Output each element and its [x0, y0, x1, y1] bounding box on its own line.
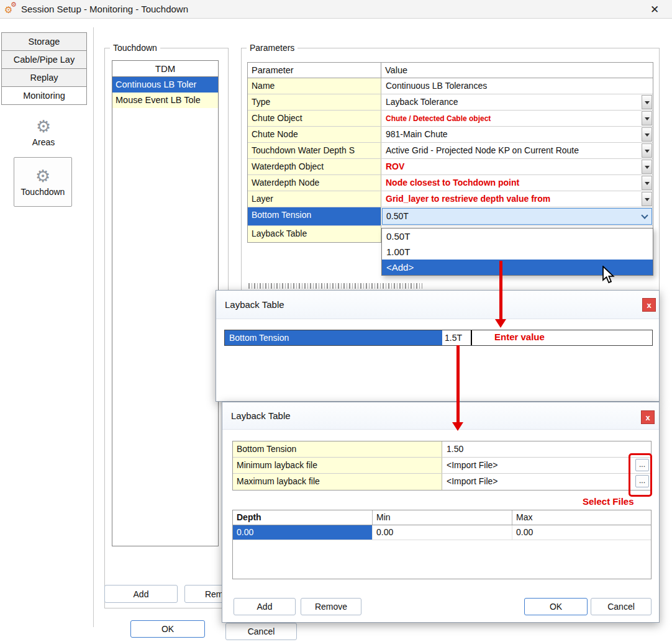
dialog-ok-button[interactable]: OK [524, 598, 588, 615]
obscured-text-fragment [248, 283, 422, 289]
dialog-remove-button[interactable]: Remove [301, 598, 361, 615]
param-row-waterdepth-node[interactable]: Waterdepth Node Node closest to Tochdown… [248, 175, 653, 191]
param-value-touchdown-water-depth[interactable]: Active Grid - Projected Node KP on Curre… [381, 143, 653, 158]
dialog-close-button[interactable]: x [641, 410, 655, 424]
list-item-continuous-lb-tolerances[interactable]: Continuous LB Toler [112, 77, 218, 93]
param-value-name[interactable]: Continuous LB Tolerances [381, 78, 653, 94]
param-row-bottom-tension[interactable]: Bottom Tension 0.50T [248, 207, 653, 226]
param-value-waterdepth-object[interactable]: ROV [381, 159, 653, 174]
select-files-highlight-box [629, 453, 652, 497]
param-row-layer[interactable]: Layer Grid_layer to restrieve depth valu… [248, 191, 653, 207]
bottom-tension-edit-row: Bottom Tension 1.5T Enter value [224, 330, 653, 346]
grid-header: Depth Min Max [233, 510, 651, 525]
dropdown-arrow-icon[interactable] [642, 143, 652, 158]
param-row-type[interactable]: Type Layback Tolerance [248, 94, 653, 111]
column-header-min: Min [373, 510, 512, 525]
param-value-waterdepth-node[interactable]: Node closest to Tochdown point [381, 175, 653, 191]
dropdown-arrow-icon[interactable] [642, 111, 652, 125]
value-maximum-layback-file[interactable]: <Import File> ... [442, 474, 651, 490]
row-minimum-layback-file[interactable]: Minimum layback file <Import File> ... [233, 458, 651, 474]
row-bottom-tension[interactable]: Bottom Tension 1.50 [233, 441, 651, 458]
dialog-titlebar: Layback Table [216, 291, 659, 319]
mouse-cursor [601, 266, 619, 286]
main-cancel-button[interactable]: Cancel [225, 623, 297, 640]
row-maximum-layback-file[interactable]: Maximum layback file <Import File> ... [233, 474, 651, 490]
main-ok-button[interactable]: OK [130, 620, 205, 638]
dropdown-arrow-icon[interactable] [642, 160, 652, 174]
sidebar-item-cable-pipe-lay[interactable]: Cable/Pipe Lay [1, 50, 87, 69]
sidebar-separator [93, 27, 94, 627]
session-setup-window: ⚙ ⚙ Session Setup - Monitoring - Touchdo… [0, 0, 672, 642]
window-titlebar: ⚙ ⚙ Session Setup - Monitoring - Touchdo… [0, 0, 672, 19]
dropdown-arrow-icon[interactable] [642, 192, 652, 206]
dropdown-option-1-00t[interactable]: 1.00T [382, 244, 653, 260]
tool-areas[interactable]: ⚙ Areas [16, 114, 71, 151]
bottom-tension-combobox[interactable]: 0.50T [382, 208, 652, 225]
parameters-table: Parameter Value Name Continuous LB Toler… [247, 62, 653, 243]
param-value-layer[interactable]: Grid_layer to restrieve depth value from [381, 191, 653, 207]
sidebar-item-storage[interactable]: Storage [1, 32, 87, 51]
cell-depth[interactable]: 0.00 [233, 525, 373, 540]
gears-icon: ⚙ ⚙ [4, 1, 20, 17]
window-title: Session Setup - Monitoring - Touchdown [21, 4, 188, 14]
dialog-title: Layback Table [231, 410, 291, 421]
param-row-chute-node[interactable]: Chute Node 981-Main Chute [248, 127, 653, 143]
value-minimum-layback-file[interactable]: <Import File> ... [442, 458, 651, 473]
parameters-group-title: Parameters [247, 43, 297, 53]
annotation-arrowhead [495, 319, 506, 333]
gear-icon: ⚙ [35, 167, 50, 186]
annotation-arrowhead [452, 422, 463, 436]
tdm-list-header: TDM [112, 61, 218, 77]
tool-areas-label: Areas [32, 137, 55, 147]
dropdown-arrow-icon[interactable] [642, 176, 652, 190]
dropdown-arrow-icon[interactable] [642, 127, 652, 142]
param-value-type[interactable]: Layback Tolerance [381, 94, 653, 110]
select-files-annotation: Select Files [583, 496, 634, 507]
param-row-chute-object[interactable]: Chute Object Chute / Detected Cable obje… [248, 111, 653, 127]
parameters-table-header: Parameter Value [248, 63, 653, 78]
annotation-arrow-down [499, 261, 502, 320]
window-close-icon[interactable]: ✕ [643, 0, 666, 19]
grid-row[interactable]: 0.00 0.00 0.00 [233, 525, 651, 540]
param-value-chute-node[interactable]: 981-Main Chute [381, 127, 653, 142]
tool-touchdown[interactable]: ⚙ Touchdown [14, 157, 72, 207]
dialog-titlebar: Layback Table [222, 402, 659, 430]
column-header-max: Max [512, 510, 651, 525]
layback-table-dialog-1: Layback Table x Bottom Tension 1.5T Ente… [216, 290, 660, 402]
row-label: Bottom Tension [225, 330, 442, 345]
param-value-bottom-tension: 0.50T [381, 207, 653, 225]
annotation-arrow-down [456, 345, 460, 423]
param-row-touchdown-water-depth[interactable]: Touchdown Water Depth S Active Grid - Pr… [248, 143, 653, 159]
param-row-name[interactable]: Name Continuous LB Tolerances [248, 78, 653, 94]
touchdown-add-button[interactable]: Add [104, 585, 178, 603]
layback-table-dialog-2: Layback Table x Bottom Tension 1.50 Mini… [222, 402, 660, 623]
dropdown-arrow-icon[interactable] [642, 95, 652, 109]
value-bottom-tension[interactable]: 1.50 [442, 441, 651, 457]
bottom-tension-value-input[interactable]: 1.5T [442, 330, 471, 345]
param-row-waterdepth-object[interactable]: Waterdepth Object ROV [248, 159, 653, 175]
depth-min-max-grid: Depth Min Max 0.00 0.00 0.00 [232, 510, 652, 579]
column-header-value: Value [381, 63, 653, 78]
tdm-listbox: TDM Continuous LB Toler Mouse Event LB T… [112, 60, 219, 546]
cell-min[interactable]: 0.00 [373, 525, 512, 540]
sidebar-item-replay[interactable]: Replay [1, 68, 87, 87]
gear-icon: ⚙ [36, 117, 51, 137]
dialog-title: Layback Table [225, 299, 284, 310]
layback-params-table: Bottom Tension 1.50 Minimum layback file… [232, 441, 652, 491]
sidebar-item-monitoring[interactable]: Monitoring [1, 86, 87, 105]
chevron-down-icon [642, 213, 647, 218]
tool-touchdown-label: Touchdown [21, 187, 65, 197]
touchdown-groupbox: Touchdown TDM Continuous LB Toler Mouse … [104, 48, 229, 608]
dialog-add-button[interactable]: Add [234, 598, 296, 615]
param-value-chute-object[interactable]: Chute / Detected Cable object [381, 111, 653, 126]
list-item-mouse-event-lb-tolerances[interactable]: Mouse Event LB Tole [112, 93, 218, 108]
touchdown-group-title: Touchdown [110, 43, 160, 53]
dropdown-option-0-50t[interactable]: 0.50T [382, 228, 653, 244]
dialog-cancel-button[interactable]: Cancel [591, 598, 652, 615]
dialog-close-button[interactable]: x [642, 298, 656, 312]
column-header-parameter: Parameter [248, 63, 381, 78]
column-header-depth: Depth [233, 510, 373, 525]
cell-max[interactable]: 0.00 [512, 525, 651, 540]
